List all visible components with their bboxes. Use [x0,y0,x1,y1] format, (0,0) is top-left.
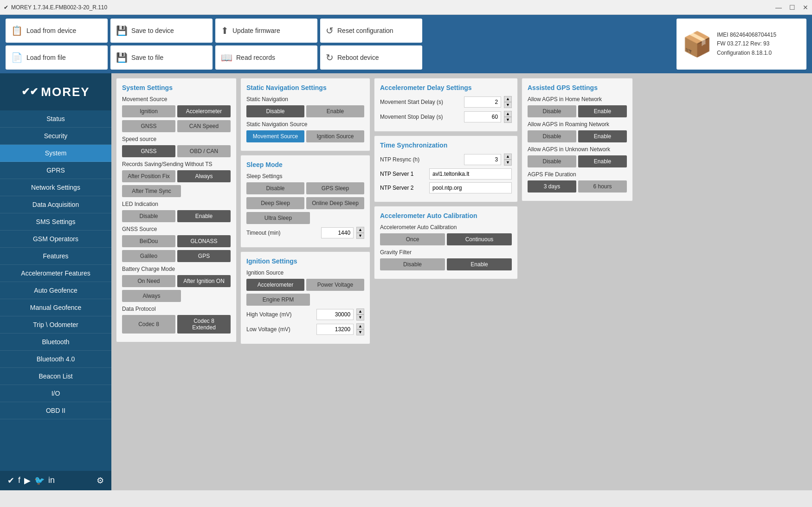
sidebar-item-manual-geo[interactable]: Manual Geofence [0,299,111,316]
sidebar-item-beacon[interactable]: Beacon List [0,368,111,385]
always-battery-btn[interactable]: Always [122,290,181,302]
high-voltage-spinner[interactable]: ▲ ▼ [356,308,364,321]
close-button[interactable]: ✕ [803,4,808,11]
movement-start-input[interactable] [464,96,501,108]
on-need-btn[interactable]: On Need [122,275,175,287]
sidebar-item-sms[interactable]: SMS Settings [0,213,111,231]
sidebar-item-data-acq[interactable]: Data Acquisition [0,196,111,213]
sidebar-item-auto-geo[interactable]: Auto Geofence [0,282,111,299]
sidebar-item-gprs[interactable]: GPRS [0,162,111,179]
window-controls[interactable]: — ☐ ✕ [775,4,808,11]
low-voltage-up[interactable]: ▲ [356,323,364,329]
sidebar-item-bluetooth[interactable]: Bluetooth [0,334,111,351]
minimize-button[interactable]: — [775,4,782,11]
sidebar-item-security[interactable]: Security [0,128,111,145]
sidebar-item-gsm[interactable]: GSM Operators [0,231,111,248]
sidebar-item-bluetooth4[interactable]: Bluetooth 4.0 [0,351,111,368]
beidou-btn[interactable]: BeiDou [122,235,175,247]
glonass-btn[interactable]: GLONASS [177,235,231,247]
low-voltage-input[interactable] [316,324,354,335]
save-to-device-button[interactable]: 💾 Save to device [110,19,213,43]
timeout-down[interactable]: ▼ [356,233,364,239]
settings-icon[interactable]: ⚙ [97,475,104,486]
once-btn[interactable]: Once [380,233,445,245]
timeout-spinner[interactable]: ▲ ▼ [356,227,364,239]
maximize-button[interactable]: ☐ [789,4,795,11]
agps-roaming-enable-btn[interactable]: Enable [578,130,627,142]
agps-home-enable-btn[interactable]: Enable [578,105,627,117]
ntp-resync-input[interactable] [464,154,501,165]
agps-roaming-disable-btn[interactable]: Disable [528,130,576,142]
youtube-icon[interactable]: ▶ [24,475,31,486]
gravity-disable-btn[interactable]: Disable [380,258,445,270]
ignition-source-nav-btn[interactable]: Ignition Source [306,130,364,142]
agps-6hours-btn[interactable]: 6 hours [578,180,627,193]
gravity-enable-btn[interactable]: Enable [447,258,512,270]
reboot-device-button[interactable]: ↻ Reboot device [320,45,422,70]
led-disable-btn[interactable]: Disable [122,210,175,222]
galileo-btn[interactable]: Galileo [122,250,175,262]
sidebar-item-system[interactable]: System [0,145,111,162]
sidebar-item-status[interactable]: Status [0,110,111,128]
agps-unknown-enable-btn[interactable]: Enable [578,155,627,167]
sidebar-item-obd[interactable]: OBD II [0,402,111,419]
after-pos-fix-btn[interactable]: After Position Fix [122,170,175,182]
reset-config-button[interactable]: ↺ Reset configuration [320,19,422,43]
high-voltage-up[interactable]: ▲ [356,308,364,314]
can-speed-btn[interactable]: CAN Speed [177,120,231,132]
always-records-btn[interactable]: Always [177,170,231,182]
ntp-server1-input[interactable] [429,168,512,180]
static-nav-enable-btn[interactable]: Enable [306,105,364,117]
sidebar-item-trip[interactable]: Trip \ Odometer [0,316,111,334]
sidebar-item-features[interactable]: Features [0,248,111,265]
accelerometer-btn[interactable]: Accelerometer [177,105,231,117]
movement-stop-down[interactable]: ▼ [504,117,512,123]
timeout-up[interactable]: ▲ [356,227,364,233]
ntp-resync-up[interactable]: ▲ [504,154,512,160]
static-nav-disable-btn[interactable]: Disable [246,105,304,117]
timeout-input[interactable] [321,227,354,238]
twitter-icon[interactable]: 🐦 [34,475,45,486]
deep-sleep-btn[interactable]: Deep Sleep [246,197,304,209]
sidebar-item-accel[interactable]: Accelerometer Features [0,265,111,282]
codec8-btn[interactable]: Codec 8 [122,315,175,334]
linkedin-icon[interactable]: in [48,475,55,486]
obd-can-btn[interactable]: OBD / CAN [177,145,231,157]
after-time-sync-btn[interactable]: After Time Sync [122,185,181,197]
engine-rpm-btn[interactable]: Engine RPM [246,294,310,306]
ignition-btn[interactable]: Ignition [122,105,175,117]
facebook-icon[interactable]: f [18,475,20,486]
movement-stop-spinner[interactable]: ▲ ▼ [504,111,512,123]
high-voltage-input[interactable] [316,309,354,320]
agps-home-disable-btn[interactable]: Disable [528,105,576,117]
gps-sleep-btn[interactable]: GPS Sleep [306,182,364,194]
continuous-btn[interactable]: Continuous [447,233,512,245]
codec8-ext-btn[interactable]: Codec 8 Extended [177,315,231,334]
movement-start-down[interactable]: ▼ [504,102,512,108]
update-firmware-button[interactable]: ⬆ Update firmware [215,19,317,43]
gnss-speed-btn[interactable]: GNSS [122,145,175,157]
online-deep-sleep-btn[interactable]: Online Deep Sleep [306,197,364,209]
ultra-sleep-btn[interactable]: Ultra Sleep [246,212,310,224]
ntp-resync-down[interactable]: ▼ [504,160,512,166]
save-to-file-button[interactable]: 💾 Save to file [110,45,213,70]
gps-btn[interactable]: GPS [177,250,231,262]
sleep-disable-btn[interactable]: Disable [246,182,304,194]
power-voltage-btn[interactable]: Power Voltage [306,279,364,291]
sidebar-item-network[interactable]: Network Settings [0,179,111,196]
movement-stop-up[interactable]: ▲ [504,111,512,117]
sidebar-item-io[interactable]: I/O [0,385,111,402]
load-from-device-button[interactable]: 📋 Load from device [6,19,108,43]
low-voltage-spinner[interactable]: ▲ ▼ [356,323,364,335]
high-voltage-down[interactable]: ▼ [356,314,364,321]
agps-unknown-disable-btn[interactable]: Disable [528,155,576,167]
movement-stop-input[interactable] [464,111,501,122]
after-ignition-btn[interactable]: After Ignition ON [177,275,231,287]
agps-3days-btn[interactable]: 3 days [528,180,576,193]
movement-start-spinner[interactable]: ▲ ▼ [504,96,512,108]
ntp-resync-spinner[interactable]: ▲ ▼ [504,154,512,166]
read-records-button[interactable]: 📖 Read records [215,45,317,70]
gnss-movement-btn[interactable]: GNSS [122,120,175,132]
led-enable-btn[interactable]: Enable [177,210,231,222]
low-voltage-down[interactable]: ▼ [356,329,364,335]
